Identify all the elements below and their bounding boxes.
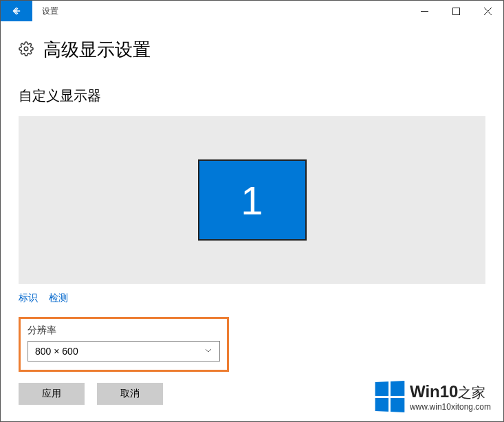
svg-rect-0 — [452, 8, 459, 14]
chevron-down-icon — [204, 346, 212, 357]
resolution-block: 分辨率 800 × 600 — [19, 317, 229, 372]
apply-button[interactable]: 应用 — [19, 383, 85, 405]
arrow-left-icon — [11, 5, 22, 16]
watermark-brand: Win10之家 — [410, 382, 491, 402]
identify-link[interactable]: 标识 — [19, 292, 38, 304]
resolution-value: 800 × 600 — [35, 346, 78, 357]
page-header: 高级显示设置 — [19, 38, 485, 62]
content-area: 高级显示设置 自定义显示器 1 标识 检测 分辨率 800 × 600 应用 取… — [1, 21, 503, 421]
window-controls — [408, 1, 503, 21]
gear-icon — [19, 41, 34, 59]
watermark: Win10之家 www.win10xitong.com — [374, 381, 491, 412]
window-title: 设置 — [32, 1, 408, 21]
windows-logo-icon — [375, 381, 404, 412]
minimize-icon — [421, 8, 428, 15]
watermark-url: www.win10xitong.com — [410, 402, 491, 412]
maximize-button[interactable] — [440, 1, 472, 21]
resolution-select[interactable]: 800 × 600 — [28, 341, 220, 362]
maximize-icon — [452, 8, 460, 15]
close-button[interactable] — [472, 1, 503, 21]
resolution-label: 分辨率 — [28, 324, 220, 337]
back-button[interactable] — [1, 1, 32, 21]
svg-point-1 — [24, 47, 28, 51]
minimize-button[interactable] — [408, 1, 440, 21]
section-title-custom-display: 自定义显示器 — [19, 87, 485, 105]
titlebar: 设置 — [1, 1, 503, 21]
page-title: 高级显示设置 — [43, 38, 151, 62]
detect-link[interactable]: 检测 — [49, 292, 68, 304]
watermark-text: Win10之家 www.win10xitong.com — [410, 382, 491, 412]
display-preview-area[interactable]: 1 — [19, 116, 485, 284]
monitor-tile[interactable]: 1 — [198, 159, 307, 241]
monitor-number: 1 — [241, 177, 263, 223]
cancel-button[interactable]: 取消 — [97, 383, 163, 405]
display-links: 标识 检测 — [19, 292, 485, 304]
close-icon — [484, 8, 492, 15]
